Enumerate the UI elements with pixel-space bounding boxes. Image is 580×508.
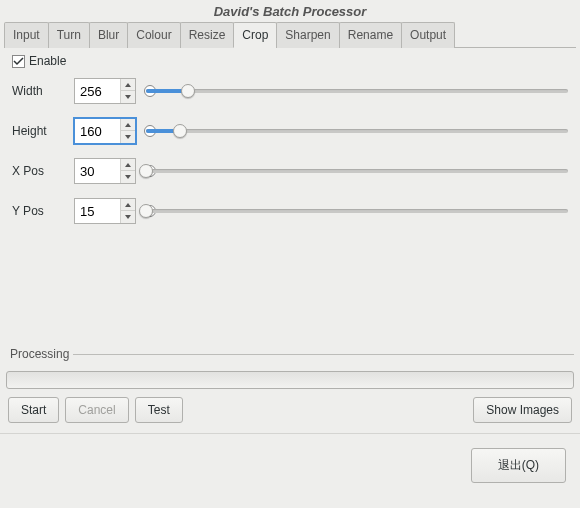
ypos-spinner <box>74 198 136 224</box>
tab-blur[interactable]: Blur <box>89 22 128 48</box>
height-row: Height <box>12 118 568 144</box>
ypos-spin-buttons <box>120 199 135 223</box>
ypos-step-down[interactable] <box>121 211 135 223</box>
tab-output[interactable]: Output <box>401 22 455 48</box>
crop-panel: Enable Width Height <box>4 48 576 350</box>
test-button[interactable]: Test <box>135 397 183 423</box>
tab-colour[interactable]: Colour <box>127 22 180 48</box>
spacer <box>189 397 468 423</box>
width-slider[interactable] <box>146 81 568 101</box>
xpos-input[interactable] <box>75 159 120 183</box>
chevron-down-icon <box>125 135 131 139</box>
width-spin-buttons <box>120 79 135 103</box>
width-row: Width <box>12 78 568 104</box>
width-input[interactable] <box>75 79 120 103</box>
action-button-row: Start Cancel Test Show Images <box>6 397 574 429</box>
tab-rename[interactable]: Rename <box>339 22 402 48</box>
width-step-up[interactable] <box>121 79 135 91</box>
cancel-button[interactable]: Cancel <box>65 397 128 423</box>
xpos-spin-buttons <box>120 159 135 183</box>
tab-input[interactable]: Input <box>4 22 49 48</box>
chevron-up-icon <box>125 163 131 167</box>
quit-button[interactable]: 退出(Q) <box>471 448 566 483</box>
ypos-slider[interactable] <box>146 201 568 221</box>
chevron-down-icon <box>125 215 131 219</box>
width-spinner <box>74 78 136 104</box>
chevron-down-icon <box>125 175 131 179</box>
ypos-step-up[interactable] <box>121 199 135 211</box>
height-spinner <box>74 118 136 144</box>
ypos-label: Y Pos <box>12 204 68 218</box>
height-input[interactable] <box>75 119 120 143</box>
processing-frame: Processing Start Cancel Test Show Images <box>6 354 574 429</box>
xpos-step-down[interactable] <box>121 171 135 183</box>
xpos-step-up[interactable] <box>121 159 135 171</box>
width-step-down[interactable] <box>121 91 135 103</box>
processing-label: Processing <box>6 347 73 361</box>
chevron-up-icon <box>125 123 131 127</box>
window-title: David's Batch Processor <box>0 0 580 21</box>
width-label: Width <box>12 84 68 98</box>
enable-row: Enable <box>12 54 568 68</box>
height-slider[interactable] <box>146 121 568 141</box>
height-step-down[interactable] <box>121 131 135 143</box>
enable-label: Enable <box>29 54 66 68</box>
xpos-slider[interactable] <box>146 161 568 181</box>
tab-sharpen[interactable]: Sharpen <box>276 22 339 48</box>
enable-checkbox[interactable] <box>12 55 25 68</box>
height-spin-buttons <box>120 119 135 143</box>
height-step-up[interactable] <box>121 119 135 131</box>
tab-bar: Input Turn Blur Colour Resize Crop Sharp… <box>4 21 576 48</box>
tab-turn[interactable]: Turn <box>48 22 90 48</box>
tab-resize[interactable]: Resize <box>180 22 235 48</box>
height-label: Height <box>12 124 68 138</box>
footer: 退出(Q) <box>0 433 580 493</box>
ypos-row: Y Pos <box>12 198 568 224</box>
ypos-input[interactable] <box>75 199 120 223</box>
show-images-button[interactable]: Show Images <box>473 397 572 423</box>
xpos-label: X Pos <box>12 164 68 178</box>
start-button[interactable]: Start <box>8 397 59 423</box>
progress-bar <box>6 371 574 389</box>
chevron-down-icon <box>125 95 131 99</box>
chevron-up-icon <box>125 203 131 207</box>
tab-crop[interactable]: Crop <box>233 22 277 48</box>
chevron-up-icon <box>125 83 131 87</box>
check-icon <box>13 56 24 67</box>
xpos-row: X Pos <box>12 158 568 184</box>
xpos-spinner <box>74 158 136 184</box>
